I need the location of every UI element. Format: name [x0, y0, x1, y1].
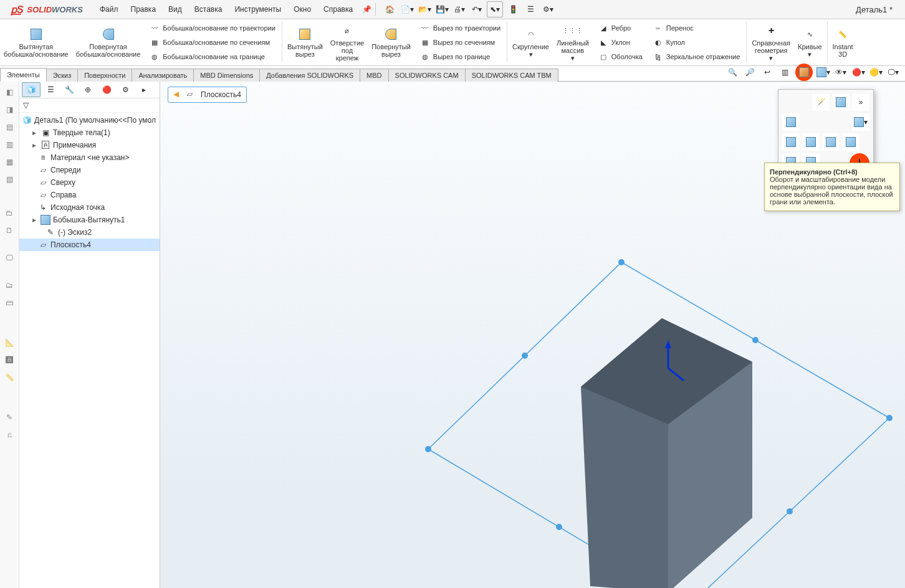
boss-revolve-button[interactable]: Повернутая бобышка/основание	[72, 19, 145, 65]
left-view-icon[interactable]	[802, 133, 820, 151]
tree-filter[interactable]: ▽	[19, 98, 160, 113]
update-views-icon[interactable]: 🪄	[812, 93, 830, 111]
open-icon[interactable]: 📂▾	[417, 2, 432, 17]
tree-boss-extrude1[interactable]: ▸Бобышка-Вытянуть1	[19, 214, 160, 226]
selection-breadcrumb[interactable]: ◀ ▱ Плоскость4	[168, 87, 247, 103]
scene-icon[interactable]: 🟡▾	[869, 65, 883, 79]
taskbar-icon-8[interactable]: 🗋	[2, 224, 16, 237]
hide-show-icon[interactable]: 👁▾	[834, 65, 848, 79]
section-view-icon[interactable]: ▥	[778, 65, 792, 79]
curves-button[interactable]: ∿Кривые▾	[794, 19, 826, 65]
cut-revolve-button[interactable]: Повернутый вырез	[368, 19, 414, 65]
taskbar-icon-5[interactable]: ▦	[2, 155, 16, 169]
menu-insert[interactable]: Вставка	[188, 0, 229, 19]
tree-sketch2[interactable]: ✎(-) Эскиз2	[19, 226, 160, 239]
display-style-icon[interactable]: ▾	[816, 65, 830, 79]
shell-button[interactable]: ▢Оболочка	[595, 50, 645, 64]
tree-material[interactable]: ≡Материал <не указан>	[19, 151, 160, 164]
flyout-more-icon[interactable]: »	[852, 93, 869, 111]
dimxpert-tab[interactable]: ⊕	[79, 83, 97, 97]
taskbar-icon-12[interactable]: 📐	[2, 336, 16, 349]
linear-pattern-button[interactable]: ⋮⋮⋮Линейный массив▾	[553, 19, 593, 65]
tab-mbd-dim[interactable]: MBD Dimensions	[193, 69, 260, 82]
right-view-icon[interactable]	[822, 133, 840, 151]
cut-extrude-button[interactable]: Вытянутый вырез	[284, 19, 327, 65]
boss-sweep-button[interactable]: 〰Бобышка/основание по траектории	[146, 21, 278, 35]
hole-wizard-button[interactable]: ⌀Отверстие под крепеж	[327, 19, 368, 65]
taskbar-icon-6[interactable]: ▧	[2, 173, 16, 186]
taskbar-icon-16[interactable]: ⎌	[2, 428, 16, 442]
zoom-fit-icon[interactable]: 🔍	[725, 65, 739, 79]
menu-tools[interactable]: Инструменты	[228, 0, 287, 19]
tab-addins[interactable]: Добавления SOLIDWORKS	[259, 69, 360, 82]
taskbar-icon-4[interactable]: ▥	[2, 138, 16, 151]
taskbar-icon-13[interactable]: 🅰	[2, 353, 16, 367]
tab-cam-tbm[interactable]: SOLIDWORKS CAM TBM	[465, 69, 558, 82]
pin-icon[interactable]: 📌	[359, 2, 374, 17]
taskbar-icon-15[interactable]: ✎	[2, 410, 16, 424]
appearance-icon[interactable]: 🔴▾	[851, 65, 865, 79]
menu-window[interactable]: Окно	[287, 0, 317, 19]
save-icon[interactable]: 💾▾	[434, 2, 449, 17]
taskbar-icon-14[interactable]: 📏	[2, 371, 16, 384]
tab-mbd[interactable]: MBD	[360, 69, 388, 82]
cut-loft-button[interactable]: ▦Вырез по сечениям	[417, 36, 503, 49]
tab-sketch[interactable]: Эскиз	[46, 69, 78, 82]
taskbar-icon-10[interactable]: 🗂	[2, 278, 16, 292]
mirror-button[interactable]: ⧎Зеркальное отражение	[650, 50, 743, 64]
tab-cam[interactable]: SOLIDWORKS CAM	[388, 69, 466, 82]
tab-elements[interactable]: Элементы	[0, 68, 47, 82]
tree-solid-bodies[interactable]: ▸▣Твердые тела(1)	[19, 126, 160, 139]
taskbar-icon-9[interactable]: 🖵	[2, 251, 16, 265]
prev-view-icon[interactable]: ↩	[760, 65, 774, 79]
config-manager-tab[interactable]: 🔧	[60, 83, 78, 97]
tree-plane-front[interactable]: ▱Спереди	[19, 164, 160, 176]
print-icon[interactable]: 🖨▾	[452, 2, 467, 17]
boss-loft-button[interactable]: ▦Бобышка/основание по сечениям	[146, 36, 278, 49]
tab-surfaces[interactable]: Поверхности	[77, 69, 132, 82]
graphics-viewport[interactable]: ◀ ▱ Плоскость4 🪄 »	[160, 82, 905, 588]
options-list-icon[interactable]: ☰	[523, 2, 538, 17]
display-manager-tab[interactable]: 🔴	[98, 83, 115, 97]
tree-plane-right[interactable]: ▱Справа	[19, 189, 160, 201]
tree-plane4[interactable]: ▱Плоскость4	[19, 239, 160, 251]
feature-tree-tab[interactable]: 🧊	[22, 82, 41, 97]
isometric-view-icon[interactable]: ▾	[852, 113, 869, 131]
front-view-icon[interactable]	[782, 113, 800, 131]
home-icon[interactable]: 🏠	[382, 2, 397, 17]
menu-edit[interactable]: Правка	[125, 0, 163, 19]
property-manager-tab[interactable]: ☰	[42, 83, 59, 97]
draft-button[interactable]: ◣Уклон	[595, 36, 645, 49]
fillet-button[interactable]: ◠Скругление▾	[509, 19, 553, 65]
tree-root[interactable]: 🧊Деталь1 (По умолчанию<<По умол	[19, 114, 160, 126]
tree-plane-top[interactable]: ▱Сверху	[19, 176, 160, 189]
taskbar-icon-3[interactable]: ▤	[2, 120, 16, 134]
taskbar-icon-11[interactable]: 🗃	[2, 296, 16, 310]
menu-help[interactable]: Справка	[317, 0, 359, 19]
top-view-icon[interactable]	[842, 133, 860, 151]
taskbar-icon-7[interactable]: 🗀	[2, 206, 16, 220]
cut-sweep-button[interactable]: 〰Вырез по траектории	[417, 21, 503, 35]
dome-button[interactable]: ◐Купол	[650, 36, 743, 49]
tree-annotations[interactable]: ▸🄰Примечания	[19, 139, 160, 151]
rebuild-icon[interactable]: 🚦	[505, 2, 520, 17]
view-selector-icon[interactable]	[832, 93, 850, 111]
new-icon[interactable]: 📄▾	[400, 2, 414, 17]
menu-view[interactable]: Вид	[162, 0, 188, 19]
cam-tree-tab[interactable]: ⚙	[117, 83, 134, 97]
undo-icon[interactable]: ↶▾	[469, 2, 484, 17]
rib-button[interactable]: ◢Ребро	[595, 21, 645, 35]
back-view-icon[interactable]	[782, 133, 800, 151]
tab-analyze[interactable]: Анализировать	[132, 69, 194, 82]
tree-origin[interactable]: ↳Исходная точка	[19, 201, 160, 214]
taskbar-icon-1[interactable]: ◧	[2, 85, 16, 99]
select-icon[interactable]: ⬉▾	[487, 1, 503, 17]
cut-boundary-button[interactable]: ◍Вырез по границе	[417, 50, 503, 64]
menu-file[interactable]: Файл	[93, 0, 125, 19]
view-orientation-icon[interactable]	[795, 64, 813, 81]
zoom-area-icon[interactable]: 🔎	[743, 65, 757, 79]
boss-extrude-button[interactable]: Вытянутая бобышка/основание	[0, 19, 72, 65]
ref-geometry-button[interactable]: ✚Справочная геометрия▾	[748, 19, 794, 65]
wrap-button[interactable]: ⎃Перенос	[650, 21, 743, 35]
panel-more-tab[interactable]: ▸	[135, 83, 153, 97]
